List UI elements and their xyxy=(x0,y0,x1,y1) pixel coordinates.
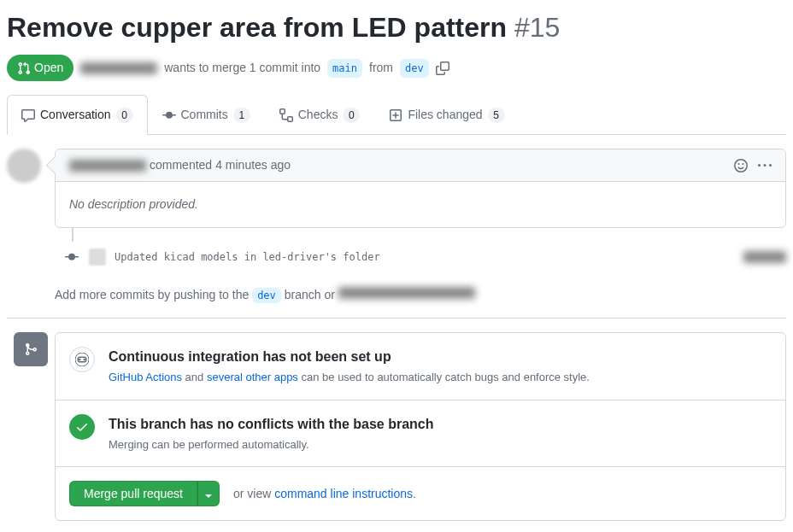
commit-icon xyxy=(65,248,79,266)
ci-title: Continuous integration has not been set … xyxy=(109,347,590,367)
tab-commits[interactable]: Commits 1 xyxy=(148,95,265,135)
bot-icon xyxy=(69,347,95,372)
other-apps-link[interactable]: several other apps xyxy=(207,371,298,383)
comment-author-redacted xyxy=(69,160,146,172)
author-redacted xyxy=(80,62,157,74)
pr-title-text: Remove cupper area from LED pattern xyxy=(7,12,507,43)
tab-checks[interactable]: Checks 0 xyxy=(265,95,375,135)
push-hint-mid: branch or xyxy=(285,288,335,301)
tabnav: Conversation 0 Commits 1 Checks 0 Files … xyxy=(7,95,786,135)
merge-button-group: Merge pull request xyxy=(69,481,220,506)
base-branch[interactable]: main xyxy=(327,59,362,78)
merge-button[interactable]: Merge pull request xyxy=(69,481,197,506)
merge-button-caret[interactable] xyxy=(197,481,220,506)
state-badge-open: Open xyxy=(7,55,73,81)
pr-number: #15 xyxy=(514,12,560,43)
tab-commits-label: Commits xyxy=(181,106,228,124)
copy-icon[interactable] xyxy=(436,61,449,75)
conflicts-row: This branch has no conflicts with the ba… xyxy=(56,400,785,467)
pull-request-icon xyxy=(17,61,31,75)
push-hint-prefix: Add more commits by pushing to the xyxy=(55,288,249,301)
tab-commits-count: 1 xyxy=(233,108,250,123)
svg-point-0 xyxy=(79,359,81,360)
push-hint-redacted xyxy=(338,287,475,299)
merge-from-text: from xyxy=(369,59,393,77)
tab-checks-label: Checks xyxy=(298,106,338,124)
emoji-icon[interactable] xyxy=(734,159,748,172)
cli-text: or view command line instructions. xyxy=(233,485,416,503)
ci-desc: GitHub Actions and several other apps ca… xyxy=(109,369,590,386)
conversation-icon xyxy=(21,108,35,122)
tab-files[interactable]: Files changed 5 xyxy=(374,95,519,135)
comment-box: commented 4 minutes ago No description p… xyxy=(55,149,786,228)
cli-link[interactable]: command line instructions xyxy=(274,487,413,500)
avatar[interactable] xyxy=(7,149,41,183)
push-hint: Add more commits by pushing to the dev b… xyxy=(7,272,786,319)
comment-block: commented 4 minutes ago No description p… xyxy=(55,149,786,228)
comment-time[interactable]: 4 minutes ago xyxy=(215,156,291,174)
comment-action: commented xyxy=(150,156,212,174)
commit-item: Updated kicad models in led-driver's fol… xyxy=(55,242,786,272)
tab-conversation-label: Conversation xyxy=(40,106,111,124)
checks-icon xyxy=(279,108,293,122)
head-branch[interactable]: dev xyxy=(400,59,429,78)
tab-conversation[interactable]: Conversation 0 xyxy=(7,95,148,135)
push-hint-branch: dev xyxy=(252,288,281,303)
pr-title: Remove cupper area from LED pattern #15 xyxy=(7,7,786,48)
conflicts-title: This branch has no conflicts with the ba… xyxy=(109,414,434,435)
pr-meta: Open wants to merge 1 commit into main f… xyxy=(7,55,786,81)
tab-checks-count: 0 xyxy=(343,108,360,123)
kebab-icon[interactable] xyxy=(758,159,772,172)
merge-section: Continuous integration has not been set … xyxy=(55,332,786,521)
timeline: commented 4 minutes ago No description p… xyxy=(55,149,786,272)
commit-message[interactable]: Updated kicad models in led-driver's fol… xyxy=(115,249,380,265)
merge-icon xyxy=(14,332,48,366)
ci-row: Continuous integration has not been set … xyxy=(56,333,785,400)
github-actions-link[interactable]: GitHub Actions xyxy=(109,371,182,383)
comment-header: commented 4 minutes ago xyxy=(56,149,785,182)
conflicts-desc: Merging can be performed automatically. xyxy=(109,436,434,453)
merge-action-row: Merge pull request or view command line … xyxy=(56,466,785,520)
state-label: Open xyxy=(34,59,63,77)
tab-files-label: Files changed xyxy=(408,106,482,124)
check-icon xyxy=(69,414,95,440)
commit-avatar[interactable] xyxy=(89,248,106,266)
files-icon xyxy=(389,108,402,122)
commit-sha-redacted[interactable] xyxy=(743,251,786,263)
svg-point-1 xyxy=(84,359,85,360)
merge-wants-text: wants to merge 1 commit into xyxy=(164,59,320,77)
tab-conversation-count: 0 xyxy=(116,108,133,123)
comment-body: No description provided. xyxy=(56,182,785,227)
commits-icon xyxy=(162,108,176,122)
tab-files-count: 5 xyxy=(488,108,505,123)
caret-down-icon xyxy=(205,494,212,498)
merge-box: Continuous integration has not been set … xyxy=(55,332,786,521)
